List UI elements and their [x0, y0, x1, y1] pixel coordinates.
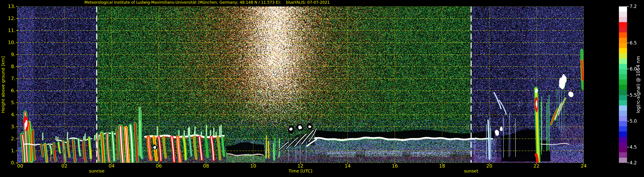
x-tick-label: 06 — [150, 163, 168, 169]
x-tick-mark — [348, 163, 348, 164]
y-tick-label: 9. — [0, 52, 16, 57]
colorbar-segment — [619, 7, 627, 12]
y-tick-label: 13. — [0, 4, 16, 9]
colorbar-segment — [619, 64, 627, 69]
colorbar-segment — [619, 137, 627, 142]
y-tick-mark — [16, 66, 17, 67]
x-tick-label: 08 — [198, 163, 214, 169]
x-tick-mark — [442, 163, 442, 164]
y-tick-mark — [16, 126, 17, 127]
colorbar-segment — [619, 111, 627, 116]
figure-title: Meteorological Institute of Ludwig-Maxim… — [84, 0, 330, 5]
y-tick-label: 3. — [0, 124, 16, 129]
y-tick-mark — [16, 18, 17, 19]
y-tick-label: 1. — [0, 148, 16, 153]
colorbar-tick-label: 5.0 — [630, 119, 637, 124]
y-tick-label: 6. — [0, 88, 16, 93]
colorbar-tick-label: 6.5 — [630, 40, 637, 46]
y-tick-label: 7. — [0, 76, 16, 81]
colorbar-segment — [619, 59, 627, 64]
y-tick-label: 4. — [0, 112, 16, 117]
x-tick-mark — [17, 163, 18, 164]
x-tick-mark — [158, 163, 159, 164]
y-tick-mark — [16, 102, 17, 103]
y-tick-mark — [16, 150, 17, 151]
sunrise-annotation: sunrise — [80, 168, 114, 173]
colorbar-tick-mark — [627, 147, 629, 147]
colorbar-segment — [619, 152, 627, 157]
x-tick-mark — [536, 163, 537, 164]
colorbar-segment — [619, 17, 627, 22]
colorbar-tick-label: 4.2 — [630, 160, 637, 165]
lidar-quicklook-figure: Meteorological Institute of Ludwig-Maxim… — [0, 0, 644, 177]
y-tick-mark — [16, 54, 17, 55]
colorbar-segment — [619, 90, 627, 95]
y-tick-mark — [16, 138, 17, 139]
x-tick-mark — [253, 163, 254, 164]
colorbar-segment — [619, 121, 627, 126]
colorbar-tick-mark — [627, 95, 629, 95]
x-tick-label: 24 — [575, 163, 592, 169]
colorbar — [619, 7, 627, 163]
x-tick-label: 14 — [339, 163, 356, 169]
y-tick-mark — [16, 78, 17, 79]
colorbar-tick-label: 7.2 — [630, 4, 637, 9]
x-tick-mark — [300, 163, 301, 164]
colorbar-segment — [619, 116, 627, 121]
y-tick-label: 2. — [0, 136, 16, 141]
y-tick-mark — [16, 42, 17, 43]
colorbar-segment — [619, 38, 627, 43]
colorbar-title: log(rc-signal) @ 1064 nm — [636, 56, 641, 113]
colorbar-segment — [619, 158, 627, 163]
colorbar-segment — [619, 147, 627, 152]
x-tick-label: 12 — [292, 163, 309, 169]
colorbar-tick-mark — [627, 6, 629, 7]
colorbar-segment — [619, 12, 627, 17]
y-tick-label: 10. — [0, 40, 16, 45]
x-tick-mark — [489, 163, 490, 164]
x-tick-label: 16 — [386, 163, 404, 169]
colorbar-tick-mark — [627, 69, 629, 69]
colorbar-segment — [619, 85, 627, 90]
y-tick-mark — [16, 90, 17, 91]
colorbar-segment — [619, 27, 627, 33]
heatmap-plot-canvas — [17, 7, 584, 163]
x-tick-label: 20 — [481, 163, 498, 169]
x-tick-mark — [206, 163, 206, 164]
colorbar-tick-mark — [627, 43, 629, 43]
colorbar-segment — [619, 126, 627, 131]
colorbar-tick-mark — [627, 163, 629, 163]
y-tick-mark — [16, 6, 17, 7]
colorbar-segment — [619, 95, 627, 100]
colorbar-segment — [619, 79, 627, 85]
x-tick-label: 00 — [12, 163, 29, 169]
y-tick-label: 11. — [0, 28, 16, 33]
x-tick-label: 10 — [245, 163, 262, 169]
x-tick-label: 04 — [103, 163, 120, 169]
y-tick-mark — [16, 114, 17, 115]
y-tick-label: 5. — [0, 100, 16, 105]
colorbar-segment — [619, 142, 627, 147]
sunset-annotation: sunset — [454, 168, 488, 173]
y-tick-mark — [16, 30, 17, 31]
x-tick-mark — [64, 163, 64, 164]
x-tick-mark — [111, 163, 112, 164]
x-tick-mark — [395, 163, 395, 164]
x-axis-title: Time [UTC] — [289, 168, 312, 173]
colorbar-segment — [619, 105, 627, 111]
colorbar-segment — [619, 69, 627, 74]
x-tick-label: 22 — [528, 163, 545, 169]
x-tick-label: 02 — [56, 163, 73, 169]
colorbar-segment — [619, 33, 627, 38]
x-tick-label: 18 — [434, 163, 451, 169]
colorbar-tick-mark — [627, 121, 629, 121]
colorbar-tick-label: 4.5 — [630, 144, 637, 150]
colorbar-segment — [619, 22, 627, 27]
colorbar-segment — [619, 74, 627, 79]
colorbar-segment — [619, 100, 627, 105]
colorbar-segment — [619, 53, 627, 58]
colorbar-segment — [619, 48, 627, 53]
colorbar-segment — [619, 131, 627, 137]
colorbar-segment — [619, 43, 627, 48]
y-tick-label: 8. — [0, 64, 16, 69]
